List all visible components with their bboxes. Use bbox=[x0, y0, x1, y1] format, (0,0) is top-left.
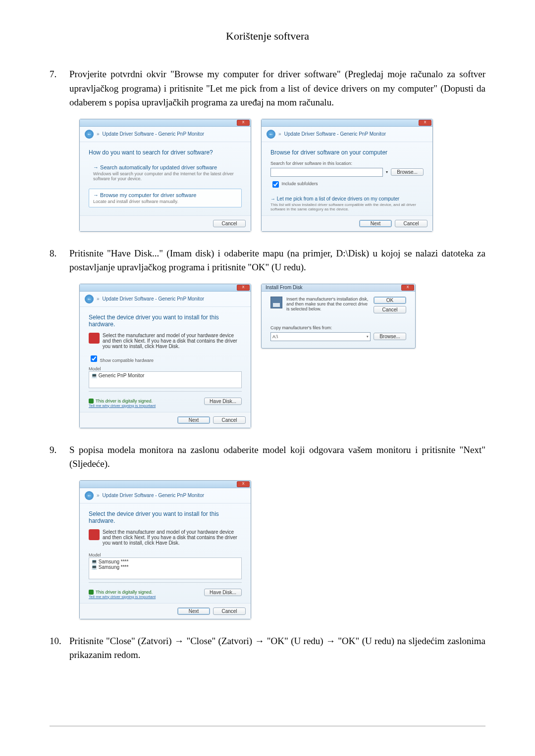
dialog-install-from-disk: Install From Disk X Insert the manufactu… bbox=[261, 284, 416, 349]
page-title: Korištenje softvera bbox=[50, 30, 485, 43]
step-number: 8. bbox=[50, 247, 69, 275]
model-header: Model bbox=[89, 553, 242, 557]
footer-rule bbox=[50, 726, 485, 726]
close-icon[interactable]: X bbox=[401, 285, 414, 291]
model-header: Model bbox=[89, 366, 242, 371]
browse-button[interactable]: Browse... bbox=[374, 333, 406, 340]
dialog-title: Install From Disk bbox=[263, 285, 302, 290]
close-icon[interactable]: X bbox=[419, 120, 431, 126]
dialog-select-driver: X ← » Update Driver Software - Generic P… bbox=[79, 284, 251, 428]
have-disk-button[interactable]: Have Disk... bbox=[204, 589, 242, 596]
show-compatible-checkbox[interactable]: Show compatible hardware bbox=[89, 354, 242, 363]
dialog-select-model: X ← » Update Driver Software - Generic P… bbox=[79, 480, 251, 619]
back-icon[interactable]: ← bbox=[85, 130, 94, 139]
shield-icon bbox=[89, 590, 94, 595]
back-icon[interactable]: ← bbox=[267, 130, 275, 139]
floppy-icon bbox=[270, 297, 282, 308]
back-icon[interactable]: ← bbox=[85, 491, 94, 500]
breadcrumb: Update Driver Software - Generic PnP Mon… bbox=[103, 131, 204, 137]
dialog-description: Select the manufacturer and model of you… bbox=[103, 333, 242, 349]
dialog-description: Select the manufacturer and model of you… bbox=[103, 529, 242, 546]
dialog-heading: How do you want to search for driver sof… bbox=[89, 149, 242, 156]
close-icon[interactable]: X bbox=[237, 120, 250, 126]
dialog-search-method: X ← » Update Driver Software - Generic P… bbox=[79, 119, 251, 232]
step-text: Pritisnite "Have Disk..." (Imam disk) i … bbox=[69, 247, 485, 275]
step-number: 9. bbox=[50, 443, 69, 471]
device-icon bbox=[89, 333, 100, 344]
shield-icon bbox=[89, 399, 94, 403]
signing-info-link[interactable]: Tell me why driver signing is important bbox=[89, 595, 156, 599]
dialog-browse-location: X ← » Update Driver Software - Generic P… bbox=[261, 119, 433, 232]
model-list[interactable]: 💻 Samsung **** 💻 Samsung **** bbox=[89, 557, 242, 579]
step-text: Pritisnite "Close" (Zatvori) → "Close" (… bbox=[69, 634, 485, 662]
model-list[interactable]: 💻 Generic PnP Monitor bbox=[89, 371, 242, 388]
copy-from-label: Copy manufacturer's files from: bbox=[270, 325, 406, 330]
next-button[interactable]: Next bbox=[359, 220, 392, 227]
dialog-heading: Select the device driver you want to ins… bbox=[89, 314, 242, 328]
ok-button[interactable]: OK bbox=[374, 297, 406, 304]
option-browse-computer[interactable]: → Browse my computer for driver software… bbox=[89, 189, 242, 207]
option-let-me-pick[interactable]: → Let me pick from a list of device driv… bbox=[270, 196, 424, 211]
include-subfolders-checkbox[interactable]: Include subfolders bbox=[270, 181, 318, 186]
location-label: Search for driver software in this locat… bbox=[270, 161, 424, 166]
signed-label: This driver is digitally signed. bbox=[89, 399, 156, 403]
back-icon[interactable]: ← bbox=[85, 295, 94, 303]
dialog-heading: Select the device driver you want to ins… bbox=[89, 510, 242, 524]
signed-label: This driver is digitally signed. bbox=[89, 590, 156, 595]
cancel-button[interactable]: Cancel bbox=[213, 220, 246, 227]
option-search-auto[interactable]: → Search automatically for updated drive… bbox=[89, 161, 242, 185]
browse-button[interactable]: Browse... bbox=[391, 168, 424, 176]
close-icon[interactable]: X bbox=[237, 481, 250, 487]
breadcrumb: Update Driver Software - Generic PnP Mon… bbox=[103, 493, 204, 498]
cancel-button[interactable]: Cancel bbox=[374, 306, 406, 313]
breadcrumb: Update Driver Software - Generic PnP Mon… bbox=[284, 131, 386, 137]
close-icon[interactable]: X bbox=[237, 285, 250, 291]
device-icon bbox=[89, 529, 100, 540]
cancel-button[interactable]: Cancel bbox=[213, 607, 246, 615]
cancel-button[interactable]: Cancel bbox=[213, 416, 246, 424]
breadcrumb: Update Driver Software - Generic PnP Mon… bbox=[103, 296, 204, 302]
location-input[interactable] bbox=[270, 168, 383, 177]
path-dropdown[interactable]: A:\▾ bbox=[270, 332, 371, 341]
cancel-button[interactable]: Cancel bbox=[395, 220, 428, 227]
install-message: Insert the manufacturer's installation d… bbox=[286, 297, 370, 311]
next-button[interactable]: Next bbox=[177, 416, 210, 424]
have-disk-button[interactable]: Have Disk... bbox=[204, 398, 242, 405]
step-text: S popisa modela monitora na zaslonu odab… bbox=[69, 443, 485, 471]
step-text: Provjerite potvrdni okvir "Browse my com… bbox=[69, 67, 485, 110]
step-number: 7. bbox=[50, 67, 69, 110]
next-button[interactable]: Next bbox=[177, 607, 210, 615]
signing-info-link[interactable]: Tell me why driver signing is important bbox=[89, 403, 156, 408]
dialog-heading: Browse for driver software on your compu… bbox=[270, 149, 424, 156]
step-number: 10. bbox=[50, 634, 69, 662]
